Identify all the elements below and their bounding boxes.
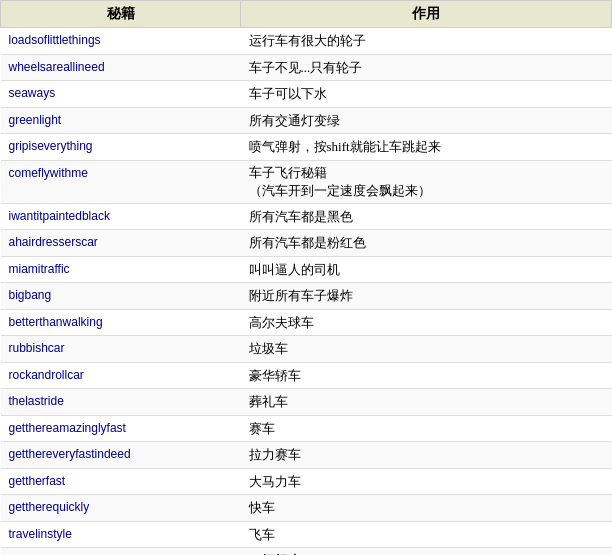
list-item: getthereveryfastindeed bbox=[1, 442, 241, 469]
col2-header: 作用 bbox=[241, 1, 612, 28]
list-item: 大马力车 bbox=[241, 468, 612, 495]
list-item: wheelsareallineed bbox=[1, 54, 241, 81]
list-item: 喷气弹射，按shift就能让车跳起来 bbox=[241, 134, 612, 161]
list-item: bigbang bbox=[1, 283, 241, 310]
list-item: 所有汽车都是粉红色 bbox=[241, 230, 612, 257]
list-item: rockandrollcar bbox=[1, 362, 241, 389]
list-item: 拉力赛车 bbox=[241, 442, 612, 469]
list-item: 附近所有车子爆炸 bbox=[241, 283, 612, 310]
list-item: 葬礼车 bbox=[241, 389, 612, 416]
list-item: iwantitpaintedblack bbox=[1, 203, 241, 230]
list-item: betterthanwalking bbox=[1, 309, 241, 336]
list-item: gripiseverything bbox=[1, 134, 241, 161]
list-item: 快车 bbox=[241, 495, 612, 522]
list-item: loadsoflittlethings bbox=[1, 28, 241, 55]
list-item: seaways bbox=[1, 81, 241, 108]
list-item: greenlight bbox=[1, 107, 241, 134]
list-item: 垃圾车 bbox=[241, 336, 612, 363]
list-item: thelastride bbox=[1, 389, 241, 416]
list-item: 叫叫逼人的司机 bbox=[241, 256, 612, 283]
list-item: getthereamazinglyfast bbox=[1, 415, 241, 442]
list-item: travelinstyle bbox=[1, 521, 241, 548]
list-item: 飞车 bbox=[241, 521, 612, 548]
list-item: panzer bbox=[1, 548, 241, 555]
col1-header: 秘籍 bbox=[1, 1, 241, 28]
list-item: 车子可以下水 bbox=[241, 81, 612, 108]
list-item: 所有汽车都是黑色 bbox=[241, 203, 612, 230]
list-item: rubbishcar bbox=[1, 336, 241, 363]
list-item: 高尔夫球车 bbox=[241, 309, 612, 336]
list-item: 车子飞行秘籍 （汽车开到一定速度会飘起来） bbox=[241, 160, 612, 203]
list-item: gettherequickly bbox=[1, 495, 241, 522]
cheat-table: 秘籍 作用 loadsoflittlethings运行车有很大的轮子wheels… bbox=[0, 0, 612, 555]
list-item: gettherfast bbox=[1, 468, 241, 495]
list-item: 所有交通灯变绿 bbox=[241, 107, 612, 134]
list-item: 一辆坦克 bbox=[241, 548, 612, 555]
list-item: 运行车有很大的轮子 bbox=[241, 28, 612, 55]
list-item: miamitraffic bbox=[1, 256, 241, 283]
list-item: 车子不见...只有轮子 bbox=[241, 54, 612, 81]
list-item: comeflywithme bbox=[1, 160, 241, 203]
list-item: 豪华轿车 bbox=[241, 362, 612, 389]
list-item: 赛车 bbox=[241, 415, 612, 442]
list-item: ahairdresserscar bbox=[1, 230, 241, 257]
